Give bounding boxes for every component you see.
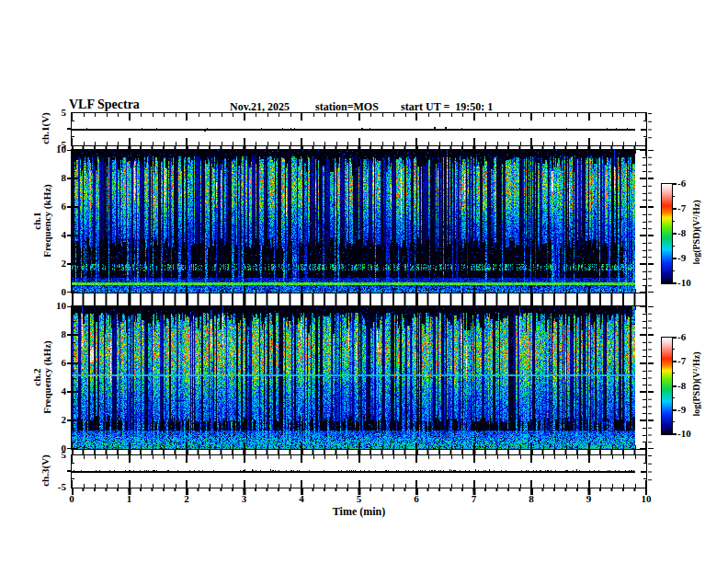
y-tick-marks-ch2-spec-right bbox=[648, 306, 654, 449]
freq-tick-label: 6 bbox=[42, 201, 66, 212]
colorbar-tick bbox=[672, 433, 677, 435]
colorbar-minor-tick bbox=[672, 349, 675, 350]
colorbar-tick bbox=[672, 183, 677, 185]
colorbar-tick-label: -9 bbox=[677, 404, 705, 415]
colorbar-tick-label: -10 bbox=[677, 277, 705, 288]
freq-tick-label: 2 bbox=[42, 258, 66, 269]
x-tick-label: 8 bbox=[520, 493, 542, 504]
x-tick-marks-gap1 bbox=[72, 145, 647, 150]
colorbar-tick-label: -10 bbox=[677, 428, 705, 439]
freq-tick-label: 8 bbox=[42, 172, 66, 183]
colorbar-tick-label: -8 bbox=[677, 227, 705, 238]
y-tick-marks-ch1-spec-right bbox=[648, 150, 654, 293]
x-tick-label: 5 bbox=[348, 493, 370, 504]
freq-tick-label: 4 bbox=[42, 385, 66, 396]
y-tick-ch1v-zero bbox=[67, 128, 71, 130]
colorbar-minor-tick bbox=[672, 221, 675, 222]
colorbar-tick bbox=[672, 361, 677, 362]
colorbar-tick bbox=[672, 337, 677, 339]
colorbar-minor-tick bbox=[672, 373, 675, 373]
ch1-voltage-canvas bbox=[72, 113, 646, 145]
colorbar-tick-label: -8 bbox=[677, 380, 705, 391]
y-tick-marks-ch3v-right bbox=[648, 455, 653, 488]
x-tick-label: 6 bbox=[405, 493, 427, 504]
colorbar-tick bbox=[672, 282, 677, 284]
time-axis-title: Time (min) bbox=[303, 505, 415, 519]
ch1-voltage-panel bbox=[71, 112, 647, 146]
y-tick-marks-ch2-spec-left bbox=[67, 306, 71, 449]
colorbar-tick bbox=[672, 208, 677, 210]
colorbar-tick bbox=[672, 409, 677, 411]
y-tick-marks-ch1-spec-left bbox=[67, 150, 71, 293]
ch1-spectrogram-panel bbox=[71, 149, 647, 293]
colorbar-tick-label: -9 bbox=[677, 252, 705, 263]
figure-title: VLF Spectra bbox=[69, 98, 140, 112]
colorbar-tick-label: -6 bbox=[677, 178, 705, 189]
voltage-tick-label: -5 bbox=[42, 481, 66, 492]
colorbar-tick bbox=[672, 258, 677, 259]
colorbar-tick bbox=[672, 233, 677, 235]
voltage-tick-label: 5 bbox=[42, 107, 66, 118]
colorbar-minor-tick bbox=[672, 196, 675, 197]
colorbar-tick bbox=[672, 385, 677, 387]
x-tick-label: 7 bbox=[463, 493, 485, 504]
colorbar-tick-label: -7 bbox=[677, 202, 705, 213]
x-tick-label: 2 bbox=[176, 493, 198, 504]
freq-tick-label: 2 bbox=[42, 414, 66, 425]
freq-tick-label: 10 bbox=[42, 300, 66, 311]
ch2-spectrogram-canvas bbox=[72, 306, 646, 449]
ch3-voltage-canvas bbox=[72, 455, 646, 488]
y-tick-ch3v-zero bbox=[67, 470, 71, 472]
freq-tick-label: 6 bbox=[42, 357, 66, 368]
colorbar-minor-tick bbox=[672, 421, 675, 422]
colorbar-tick-label: -6 bbox=[677, 331, 705, 342]
x-tick-label: 9 bbox=[578, 493, 600, 504]
freq-tick-label: 4 bbox=[42, 229, 66, 240]
colorbar-minor-tick bbox=[672, 270, 675, 271]
ch1-spectrogram-canvas bbox=[72, 150, 646, 293]
freq-tick-label: 8 bbox=[42, 328, 66, 339]
voltage-tick-label: 5 bbox=[42, 449, 66, 460]
x-tick-label: 0 bbox=[61, 493, 83, 504]
colorbar-tick-label: -7 bbox=[677, 355, 705, 366]
x-tick-label: 4 bbox=[290, 493, 313, 504]
y-tick-marks-ch1v-right bbox=[648, 113, 653, 145]
x-tick-label: 3 bbox=[233, 493, 256, 504]
x-tick-marks-gap3 bbox=[72, 450, 647, 454]
vlf-spectra-figure: VLF Spectra Nov.21, 2025 station=MOS sta… bbox=[0, 0, 728, 563]
ch3-voltage-panel bbox=[71, 454, 647, 488]
x-tick-marks-gap2 bbox=[72, 293, 647, 305]
colorbar-minor-tick bbox=[672, 397, 675, 398]
ch2-spectrogram-panel bbox=[71, 305, 647, 450]
x-tick-label: 1 bbox=[119, 493, 141, 504]
freq-tick-label: 0 bbox=[42, 286, 66, 297]
colorbar-minor-tick bbox=[672, 246, 675, 247]
voltage-tick-label: -5 bbox=[42, 139, 66, 150]
x-tick-label: 10 bbox=[635, 493, 657, 504]
